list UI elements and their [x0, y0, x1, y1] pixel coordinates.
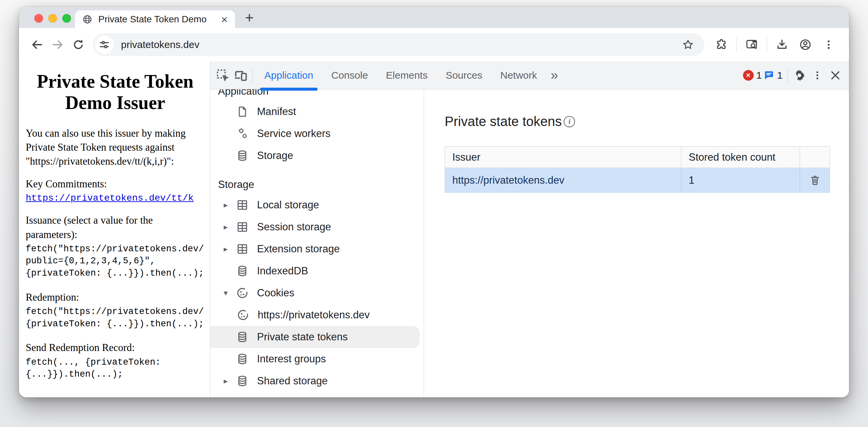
tab-console[interactable]: Console: [322, 61, 377, 89]
site-settings-icon[interactable]: [95, 35, 114, 54]
sidebar-item-label: Session storage: [257, 221, 331, 233]
chevron-right-icon[interactable]: ▸: [224, 200, 236, 210]
database-icon: [236, 352, 249, 366]
database-icon: [236, 374, 249, 388]
panel-title: Private state tokens: [445, 114, 562, 129]
sidebar-item-cookies-origin[interactable]: https://privatetokens.dev: [210, 304, 424, 326]
tab-title: Private State Token Demo: [98, 14, 220, 25]
tab-sources[interactable]: Sources: [437, 61, 491, 89]
issues-badge[interactable]: 1: [764, 70, 783, 81]
count-cell[interactable]: 1: [681, 168, 800, 193]
key-commitments-link[interactable]: https://privatetokens.dev/tt/k: [26, 193, 194, 203]
document-icon: [236, 105, 249, 118]
sidebar-item-extension-storage[interactable]: ▸ Extension storage: [210, 238, 424, 260]
downloads-icon[interactable]: [772, 35, 792, 54]
chevron-right-icon[interactable]: ▸: [224, 376, 236, 386]
chevron-right-icon[interactable]: ▸: [224, 244, 236, 254]
sidebar-item-shared-storage[interactable]: ▸ Shared storage: [210, 370, 424, 392]
sidebar-item-cookies[interactable]: ▾ Cookies: [210, 282, 424, 304]
devtools-close-icon[interactable]: [826, 66, 844, 84]
browser-window: Private State Token Demo × +: [19, 7, 849, 397]
back-button[interactable]: [28, 35, 46, 54]
browser-toolbar: privatetokens.dev: [19, 28, 849, 61]
devtools-menu-icon[interactable]: [808, 66, 826, 84]
sidebar-section-application: Application: [210, 89, 424, 101]
table-header-row: Issuer Stored token count: [445, 147, 830, 168]
close-window-button[interactable]: [34, 14, 43, 23]
browser-menu-icon[interactable]: [819, 35, 838, 54]
chevron-right-icon[interactable]: ▸: [224, 222, 236, 232]
key-commitments-label: Key Commitments:: [26, 177, 205, 191]
more-tabs-icon[interactable]: »: [546, 68, 563, 83]
cookie-icon: [236, 308, 250, 322]
error-badge[interactable]: × 1: [743, 70, 762, 81]
new-tab-button[interactable]: +: [240, 8, 259, 27]
tab-application[interactable]: Application: [255, 61, 322, 89]
column-header-count[interactable]: Stored token count: [681, 147, 800, 168]
srr-code: fetch(..., {privateToken: {...}}).then(.…: [26, 356, 205, 381]
sidebar-item-manifest[interactable]: Manifest: [210, 101, 424, 123]
sidebar-section-storage: Storage: [210, 175, 424, 194]
sidebar-item-service-workers[interactable]: Service workers: [210, 123, 424, 145]
column-header-issuer[interactable]: Issuer: [445, 147, 681, 168]
bookmark-star-icon[interactable]: [678, 35, 698, 54]
table-icon: [236, 198, 249, 212]
inspect-element-icon[interactable]: [214, 66, 232, 84]
table-icon: [236, 242, 249, 256]
minimize-window-button[interactable]: [48, 14, 57, 23]
error-count: 1: [756, 70, 762, 81]
devtools-toolbar: Application Console Elements Sources Net…: [210, 61, 849, 89]
issuer-cell[interactable]: https://privatetokens.dev: [445, 168, 681, 193]
sidebar-item-private-state-tokens[interactable]: Private state tokens: [210, 326, 420, 348]
delete-token-button[interactable]: [807, 172, 823, 189]
issue-count: 1: [777, 70, 783, 81]
sidebar-item-session-storage[interactable]: ▸ Session storage: [210, 216, 424, 238]
search-tabs-icon[interactable]: [742, 35, 761, 54]
cookie-icon: [236, 286, 249, 300]
error-icon: ×: [743, 70, 754, 81]
sidebar-item-label: Service workers: [257, 128, 331, 140]
devtools: Application Console Elements Sources Net…: [210, 61, 849, 397]
browser-tab[interactable]: Private State Token Demo ×: [75, 10, 235, 28]
gears-icon: [236, 127, 249, 140]
extensions-icon[interactable]: [712, 35, 731, 54]
sidebar-item-indexeddb[interactable]: IndexedDB: [210, 260, 424, 282]
sidebar-item-local-storage[interactable]: ▸ Local storage: [210, 194, 424, 216]
sidebar-item-interest-groups[interactable]: Interest groups: [210, 348, 424, 370]
reload-button[interactable]: [69, 35, 88, 54]
table-icon: [236, 220, 249, 234]
devtools-divider: [252, 67, 253, 83]
tab-elements[interactable]: Elements: [377, 61, 437, 89]
private-state-tokens-panel: Private state tokens i Issuer Stored tok…: [424, 89, 849, 397]
redemption-label: Redemption:: [26, 290, 205, 304]
redemption-code: fetch("https://privatetokens.dev/tt/ {pr…: [26, 306, 205, 330]
tokens-table: Issuer Stored token count https://privat…: [445, 146, 830, 193]
url-text[interactable]: privatetokens.dev: [121, 39, 676, 50]
sidebar-item-label: Storage: [257, 150, 293, 162]
sidebar-item-label: Cookies: [257, 287, 294, 299]
sidebar-item-label: Local storage: [257, 199, 319, 211]
tab-close-icon[interactable]: ×: [220, 14, 229, 25]
sidebar-item-label: Manifest: [257, 106, 296, 118]
chevron-down-icon[interactable]: ▾: [224, 288, 236, 298]
page-title: Private State Token Demo Issuer: [26, 71, 205, 114]
address-bar[interactable]: privatetokens.dev: [93, 33, 704, 56]
devtools-sidebar: Application Manifest: [210, 89, 424, 397]
devtools-divider: [787, 67, 788, 83]
window-controls: [34, 14, 71, 23]
sidebar-item-label: Shared storage: [257, 375, 328, 387]
srr-label: Send Redemption Record:: [26, 341, 205, 355]
settings-gear-icon[interactable]: [790, 66, 808, 84]
window-content: Private State Token Demo Issuer You can …: [19, 61, 849, 397]
profile-avatar-icon[interactable]: [796, 35, 815, 54]
tab-network[interactable]: Network: [491, 61, 546, 89]
forward-button[interactable]: [48, 35, 67, 54]
sidebar-item-storage[interactable]: Storage: [210, 145, 424, 167]
demo-page: Private State Token Demo Issuer You can …: [19, 61, 210, 397]
table-row[interactable]: https://privatetokens.dev 1: [445, 168, 830, 193]
device-toolbar-icon[interactable]: [232, 66, 250, 84]
toolbar-divider: [767, 37, 767, 52]
info-icon[interactable]: i: [564, 116, 575, 127]
issuance-label: Issuance (select a value for the paramet…: [26, 213, 205, 241]
zoom-window-button[interactable]: [62, 14, 71, 23]
